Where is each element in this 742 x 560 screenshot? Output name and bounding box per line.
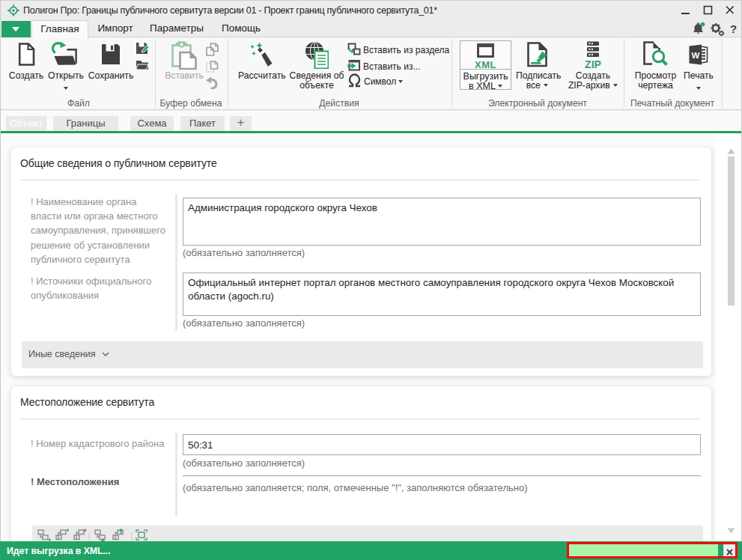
svg-text:?: ? <box>730 22 737 35</box>
svg-text:W: W <box>691 51 699 60</box>
